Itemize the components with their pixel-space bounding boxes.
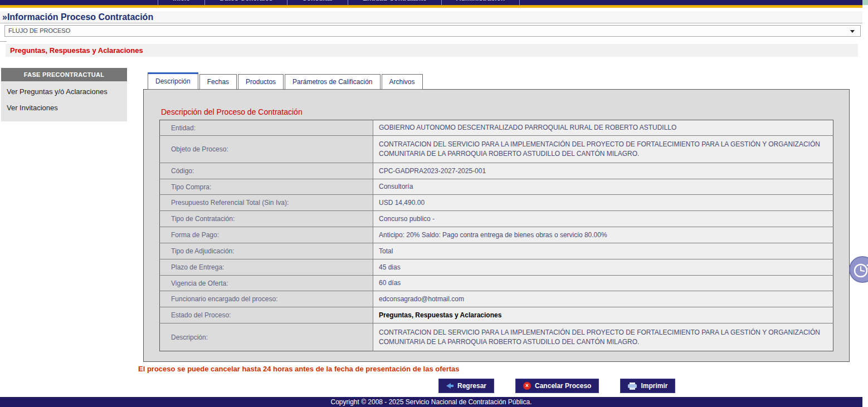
field-value: USD 14,490.00 (373, 195, 833, 211)
section-title: Descripción del Proceso de Contratación (161, 107, 303, 116)
field-label: Plazo de Entrega: (160, 259, 373, 276)
nav-item-inicio[interactable]: Inicio (158, 0, 204, 5)
imprimir-button[interactable]: Imprimir (620, 379, 675, 393)
field-label: Tipo de Contratación: (160, 211, 373, 227)
footer-copyright: Copyright © 2008 - 2025 Servicio Naciona… (0, 397, 862, 407)
status-banner-text: Preguntas, Respuestas y Aclaraciones (6, 46, 143, 55)
table-row: Objeto de Proceso: CONTRATACION DEL SERV… (160, 136, 833, 163)
session-timer-clock-icon[interactable] (849, 256, 868, 283)
table-row: Tipo Compra: Consultoría (160, 179, 833, 195)
table-row: Plazo de Entrega: 45 dias (160, 259, 833, 276)
scrollbar-corner (862, 0, 868, 5)
field-value: CONTRATACION DEL SERVICIO PARA LA IMPLEM… (373, 136, 833, 163)
field-label: Entidad: (160, 120, 373, 136)
nav-item-entidad-contratante[interactable]: Entidad Contratante (348, 0, 441, 5)
sidebar: FASE PRECONTRACTUAL Ver Preguntas y/ó Ac… (1, 68, 127, 121)
regresar-button[interactable]: Regresar (438, 379, 494, 393)
field-value: Total (373, 243, 833, 259)
field-value: 45 dias (373, 259, 833, 276)
field-value: CONTRATACION DEL SERVICIO PARA LA IMPLEM… (373, 323, 833, 351)
footer-bar: Copyright © 2008 - 2025 Servicio Naciona… (0, 397, 862, 407)
regresar-label: Regresar (457, 382, 486, 390)
table-row: Presupuesto Referencial Total (Sin Iva):… (160, 195, 833, 211)
table-row: Tipo de Contratación: Concurso publico - (160, 211, 833, 227)
nav-item-administracion[interactable]: Administración (441, 0, 520, 5)
process-flow-select[interactable]: FLUJO DE PROCESO (4, 25, 861, 37)
page-title: »Información Proceso Contratación (0, 11, 862, 23)
print-icon (628, 383, 637, 390)
table-row: Vigencia de Oferta: 60 días (160, 276, 833, 291)
cancel-notice: El proceso se puede cancelar hasta 24 ho… (138, 365, 460, 373)
field-label: Forma de Pago: (160, 227, 373, 243)
nav-item-consultar[interactable]: Consultar (287, 0, 348, 5)
field-label: Descripción: (160, 323, 373, 351)
process-flow-selected-value: FLUJO DE PROCESO (8, 27, 70, 34)
field-value: GOBIERNO AUTONOMO DESCENTRALIZADO PARROQ… (373, 120, 833, 136)
table-row: Forma de Pago: Anticipo: 20% Saldo: Pago… (160, 227, 833, 243)
sidebar-title: FASE PRECONTRACTUAL (1, 68, 127, 81)
table-row: Entidad: GOBIERNO AUTONOMO DESCENTRALIZA… (160, 120, 833, 136)
cancelar-label: Cancelar Proceso (535, 382, 591, 390)
back-arrow-icon (446, 383, 453, 389)
page-title-row: »Información Proceso Contratación (0, 11, 862, 23)
cancel-icon: × (523, 382, 531, 390)
field-label: Tipo de Adjudicación: (160, 243, 373, 259)
field-value: CPC-GADPRA2023-2027-2025-001 (373, 163, 833, 179)
field-value: Concurso publico - (373, 211, 833, 227)
cancelar-proceso-button[interactable]: × Cancelar Proceso (515, 379, 599, 393)
tab-productos[interactable]: Productos (238, 74, 284, 90)
field-label: Código: (160, 163, 373, 179)
fieldset-border-tick (0, 41, 7, 42)
tab-fechas[interactable]: Fechas (199, 74, 237, 90)
status-banner: Preguntas, Respuestas y Aclaraciones (6, 44, 858, 57)
field-value: 60 días (373, 276, 833, 291)
field-value: Consultoría (373, 179, 833, 195)
sidebar-item-ver-invitaciones[interactable]: Ver Invitaciones (1, 101, 127, 117)
tab-bar: Descripción Fechas Productos Parámetros … (148, 72, 423, 90)
field-label: Vigencia de Oferta: (160, 276, 373, 291)
gold-divider (0, 5, 862, 8)
process-details-table: Entidad: GOBIERNO AUTONOMO DESCENTRALIZA… (159, 120, 833, 351)
field-label: Funcionario encargado del proceso: (160, 291, 373, 307)
field-label: Estado del Proceso: (160, 307, 373, 323)
tab-archivos[interactable]: Archivos (382, 74, 423, 90)
sidebar-item-ver-preguntas[interactable]: Ver Preguntas y/ó Aclaraciones (1, 85, 127, 101)
tab-parametros-calificacion[interactable]: Parámetros de Calificación (285, 74, 380, 90)
action-button-row: Regresar × Cancelar Proceso Imprimir (438, 379, 675, 393)
table-row: Funcionario encargado del proceso: edcon… (160, 291, 833, 307)
dropdown-arrow-icon (850, 30, 855, 33)
field-label: Presupuesto Referencial Total (Sin Iva): (160, 195, 373, 211)
field-value-estado: Preguntas, Respuestas y Aclaraciones (373, 307, 833, 323)
table-row: Código: CPC-GADPRA2023-2027-2025-001 (160, 163, 833, 179)
process-detail-panel: Descripción del Proceso de Contratación … (143, 89, 850, 362)
app-window: Inicio Datos Generales Consultar Entidad… (0, 0, 868, 407)
nav-item-datos-generales[interactable]: Datos Generales (204, 0, 287, 5)
table-row: Tipo de Adjudicación: Total (160, 243, 833, 259)
table-row: Descripción: CONTRATACION DEL SERVICIO P… (160, 323, 833, 351)
field-label: Tipo Compra: (160, 179, 373, 195)
imprimir-label: Imprimir (641, 382, 667, 390)
tab-descripcion[interactable]: Descripción (148, 72, 198, 90)
field-label: Objeto de Proceso: (160, 136, 373, 163)
top-nav-bar: Inicio Datos Generales Consultar Entidad… (0, 0, 862, 5)
sidebar-menu: Ver Preguntas y/ó Aclaraciones Ver Invit… (1, 81, 127, 121)
table-row: Estado del Proceso: Preguntas, Respuesta… (160, 307, 833, 323)
field-value: Anticipo: 20% Saldo: Pago contra entrega… (373, 227, 833, 243)
field-value: edconsagrado@hotmail.com (373, 291, 833, 307)
